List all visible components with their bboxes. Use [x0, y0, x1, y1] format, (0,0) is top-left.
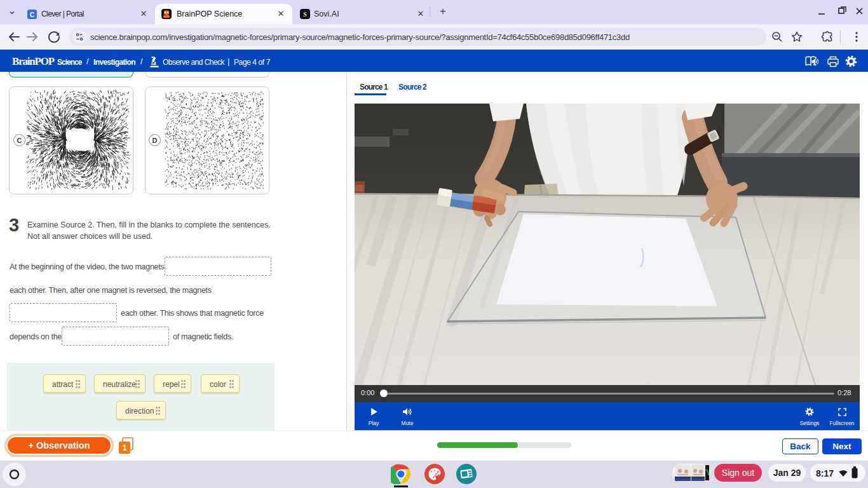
svg-text:1: 1 [122, 443, 126, 452]
svg-text:S: S [303, 11, 307, 18]
svg-text:C: C [30, 11, 35, 18]
